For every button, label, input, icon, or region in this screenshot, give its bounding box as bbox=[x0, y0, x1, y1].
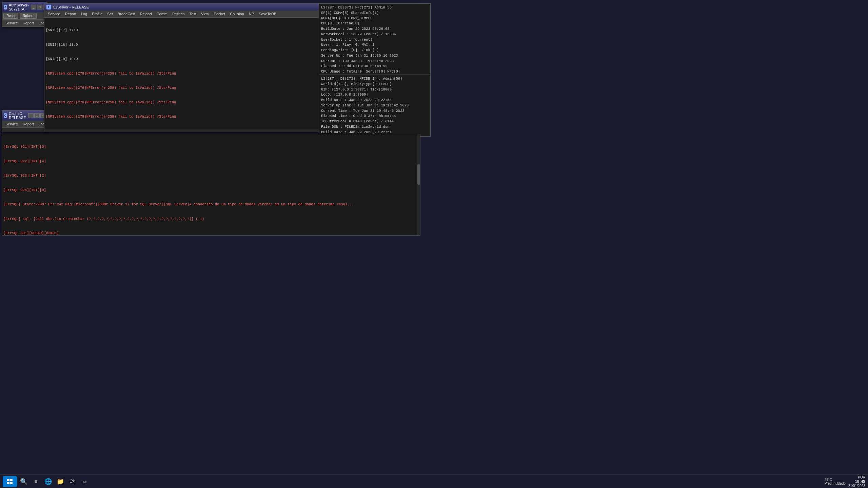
l2server-menu-savetodb[interactable]: SaveToDB bbox=[257, 11, 278, 17]
info2-line-6: Current Time : Tue Jan 31 19:48:46 2023 bbox=[321, 108, 428, 114]
authserver-minimize-btn[interactable]: _ bbox=[31, 5, 36, 9]
cached-titlebar[interactable]: C CacheD - RELEASE _ □ ✕ bbox=[2, 110, 47, 121]
l2server-menu-packet[interactable]: Packet bbox=[212, 11, 228, 17]
cached-menu-service[interactable]: Service bbox=[3, 121, 20, 127]
info1-line-3: CPU[8] IOThread[8] bbox=[321, 21, 428, 26]
bottom-log-area: [ErrSQL 021][INT][0] [ErrSQL 022][INT][4… bbox=[2, 134, 420, 235]
info-panel-2: L2[287], DB[373], NPCDB[14], Admin[56]Wo… bbox=[319, 75, 431, 137]
blog-line-3: [ErrSQL 023][INT][2] bbox=[3, 173, 419, 178]
l2server-menu-reload[interactable]: Reload bbox=[138, 11, 154, 17]
info1-line-10: Current : Tue Jan 31 19:48:46 2023 bbox=[321, 59, 428, 64]
authserver-titlebar[interactable]: A AuthServer-S0721 (A... _ □ ✕ bbox=[2, 2, 47, 12]
info1-line-11: Elapsed : 0 dd 0:18:30 hh:mm:ss bbox=[321, 64, 428, 69]
cached-title: CacheD - RELEASE bbox=[9, 111, 28, 120]
l2server-menu-collision[interactable]: Collision bbox=[228, 11, 246, 17]
info1-line-5: NetworkPool : 16379 (count) / 16384 bbox=[321, 32, 428, 37]
authserver-maximize-btn[interactable]: □ bbox=[37, 5, 42, 9]
info2-line-9: File DSN : FILEDSN=lin2world.dsn bbox=[321, 124, 428, 130]
l2server-menu-np[interactable]: NP bbox=[247, 11, 256, 17]
blog-line-2: [ErrSQL 022][INT][4] bbox=[3, 159, 419, 164]
l2server-icon: L bbox=[46, 5, 51, 9]
info1-line-8: PendingWrite: [0], /16k [0] bbox=[321, 48, 428, 53]
l2server-menu-report[interactable]: Report bbox=[63, 11, 78, 17]
bottom-log-window: [ErrSQL 021][INT][0] [ErrSQL 022][INT][4… bbox=[2, 134, 420, 236]
cached-window: C CacheD - RELEASE _ □ ✕ Service Report … bbox=[2, 110, 47, 132]
l2server-menu-service[interactable]: Service bbox=[46, 11, 62, 17]
blog-line-1: [ErrSQL 021][INT][0] bbox=[3, 144, 419, 149]
blog-line-4: [ErrSQL 024][INT][0] bbox=[3, 188, 419, 192]
authserver-menu: Service Report Log Profile Set bbox=[2, 20, 47, 27]
l2server-menu-view[interactable]: View bbox=[199, 11, 211, 17]
l2server-menu-petition[interactable]: Petition bbox=[170, 11, 187, 17]
authserver-icon: A bbox=[4, 5, 7, 9]
info1-line-1: SF[1] COMM[5] SharedInfo[1] bbox=[321, 11, 428, 16]
authserver-window: A AuthServer-S0721 (A... _ □ ✕ Reset Rel… bbox=[2, 2, 47, 27]
l2server-menu-log[interactable]: Log bbox=[79, 11, 89, 17]
info2-line-4: Build Date : Jan 29 2023_20:22:54 bbox=[321, 98, 428, 103]
cached-menu-report[interactable]: Report bbox=[21, 121, 36, 127]
info2-line-3: LogD: [127.0.0.1:3999] bbox=[321, 92, 428, 98]
info2-line-7: Elapsed time : 0 dd 0:37:4 hh:mm:ss bbox=[321, 114, 428, 119]
cached-win-controls[interactable]: _ □ ✕ bbox=[28, 113, 46, 118]
info1-line-0: L2[287] DB[373] NPC[272] Admin[56] bbox=[321, 5, 428, 11]
info1-line-7: User : 1, Play: 0, MAX: 1 bbox=[321, 42, 428, 48]
blog-line-5: [ErrSQL 001][WCHAR][d3m01] bbox=[3, 231, 419, 235]
l2server-menu-set[interactable]: Set bbox=[105, 11, 115, 17]
info1-line-9: Server Up : Tue Jan 31 19:30:16 2023 bbox=[321, 53, 428, 59]
cached-icon: C bbox=[4, 113, 7, 118]
info1-line-2: NUMA[OFF] HISTORY_SIMPLE bbox=[321, 16, 428, 21]
l2server-menu-test[interactable]: Test bbox=[188, 11, 198, 17]
info2-line-0: L2[287], DB[373], NPCDB[14], Admin[56] bbox=[321, 76, 428, 82]
blog-line-sql1: [ErrSQL] State:22007 Err:242 Msg:[Micros… bbox=[3, 202, 419, 207]
authserver-reload-btn[interactable]: Reload bbox=[20, 13, 37, 19]
info1-line-6: UserSocket : 1 (current) bbox=[321, 37, 428, 43]
info2-line-1: WorldId[123], BinaryType[RELEASE] bbox=[321, 82, 428, 87]
authserver-toolbar: Reset Reload bbox=[2, 12, 47, 20]
l2server-menu-broadcast[interactable]: BroadCast bbox=[116, 11, 137, 17]
authserver-reset-btn[interactable]: Reset bbox=[3, 13, 18, 19]
info2-line-8: IOBufferPool = 6140 (count) / 6144 bbox=[321, 119, 428, 124]
cached-menu: Service Report Log bbox=[2, 121, 47, 128]
info1-line-4: BuildDate : Jan 29 2023_20:26:08 bbox=[321, 26, 428, 32]
info2-line-5: Server Up Time : Tue Jan 31 19:11:42 202… bbox=[321, 103, 428, 108]
cached-minimize-btn[interactable]: _ bbox=[28, 113, 34, 118]
authserver-menu-report[interactable]: Report bbox=[21, 20, 36, 26]
blog-line-sql2: [ErrSQL] sql: {Call dbo.lin_CreateChar (… bbox=[3, 217, 419, 221]
info2-line-2: GIP: [127.0.0.1:30271] Tick[10000] bbox=[321, 87, 428, 93]
l2server-menu-profile[interactable]: Profile bbox=[90, 11, 104, 17]
l2server-menu-comm[interactable]: Comm bbox=[155, 11, 170, 17]
cached-maximize-btn[interactable]: □ bbox=[34, 113, 40, 118]
info1-line-12: CPU Usage : Total[0] Server[0] NPC[0] bbox=[321, 69, 428, 75]
l2server-title: L2Server - RELEASE bbox=[53, 5, 89, 9]
authserver-menu-service[interactable]: Service bbox=[3, 20, 20, 26]
authserver-title: AuthServer-S0721 (A... bbox=[9, 3, 31, 11]
